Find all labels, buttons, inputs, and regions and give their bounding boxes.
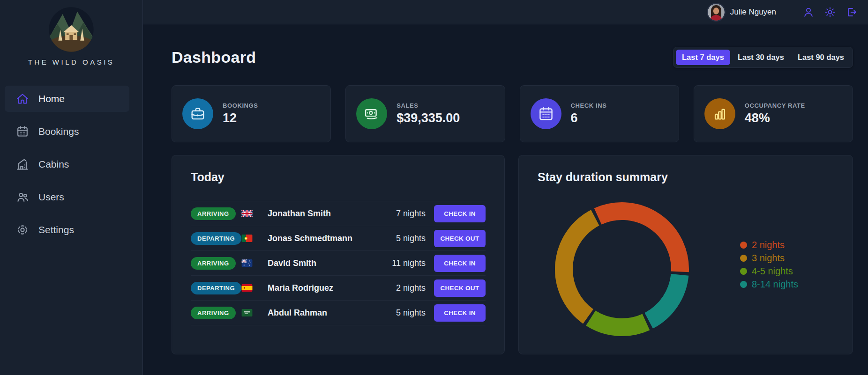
page-head: Dashboard Last 7 days Last 30 days Last … bbox=[172, 43, 853, 71]
logout-button[interactable] bbox=[846, 6, 858, 18]
avatar bbox=[708, 4, 725, 21]
flag-icon-portugal bbox=[241, 235, 253, 242]
cabin-icon bbox=[16, 158, 29, 171]
flag-icon-australia bbox=[241, 259, 253, 267]
stat-card-bookings: BOOKINGS 12 bbox=[172, 85, 331, 142]
legend-dot bbox=[740, 268, 747, 275]
stat-label: CHECK INS bbox=[571, 102, 607, 109]
today-row: ARRIVING Jonathan Smith 7 nights CHECK I… bbox=[191, 201, 486, 226]
stat-label: OCCUPANCY RATE bbox=[745, 102, 805, 109]
sidebar-item-label: Home bbox=[38, 93, 65, 104]
check-in-button[interactable]: CHECK IN bbox=[434, 255, 486, 272]
sidebar-item-label: Bookings bbox=[38, 126, 79, 137]
user-chip: Julie Nguyen bbox=[708, 4, 776, 21]
status-badge: ARRIVING bbox=[191, 207, 236, 220]
check-out-button[interactable]: CHECK OUT bbox=[434, 230, 486, 247]
stats-row: BOOKINGS 12 SALES $39,335.00 CHECK INS bbox=[172, 85, 853, 142]
status-badge: ARRIVING bbox=[191, 257, 236, 270]
today-row: ARRIVING Abdul Rahman 5 nights CHECK IN bbox=[191, 301, 486, 325]
stat-value: $39,335.00 bbox=[397, 111, 460, 125]
legend-item: 2 nights bbox=[740, 240, 798, 250]
check-in-button[interactable]: CHECK IN bbox=[434, 205, 486, 222]
legend-dot bbox=[740, 281, 747, 288]
stay-duration-title: Stay duration summary bbox=[538, 170, 834, 184]
stat-value: 6 bbox=[571, 111, 607, 125]
briefcase-icon bbox=[182, 98, 213, 129]
stat-label: BOOKINGS bbox=[223, 102, 258, 109]
chart-bar-icon bbox=[704, 98, 735, 129]
user-profile-button[interactable] bbox=[802, 6, 815, 18]
app-title: THE WILD OASIS bbox=[28, 58, 115, 66]
stat-value: 48% bbox=[745, 111, 805, 125]
stay-nights: 7 nights bbox=[381, 209, 426, 219]
stay-nights: 2 nights bbox=[381, 283, 426, 293]
sidebar-item-cabins[interactable]: Cabins bbox=[5, 151, 129, 177]
check-in-button[interactable]: CHECK IN bbox=[434, 304, 486, 322]
stay-nights: 11 nights bbox=[381, 258, 426, 268]
dark-mode-toggle[interactable] bbox=[824, 6, 836, 18]
chart-legend: 2 nights 3 nights 4-5 nights 8-14 nights bbox=[740, 240, 798, 290]
stat-label: SALES bbox=[397, 102, 460, 109]
stay-nights: 5 nights bbox=[381, 308, 426, 318]
user-name: Julie Nguyen bbox=[730, 7, 776, 17]
flag-icon-spain bbox=[241, 284, 253, 292]
status-badge: DEPARTING bbox=[191, 232, 241, 245]
stat-card-occupancy: OCCUPANCY RATE 48% bbox=[694, 85, 853, 142]
filter-last-7-days[interactable]: Last 7 days bbox=[676, 50, 730, 65]
sidebar-item-users[interactable]: Users bbox=[5, 184, 129, 210]
date-filter-group: Last 7 days Last 30 days Last 90 days bbox=[673, 47, 853, 68]
sidebar-item-settings[interactable]: Settings bbox=[5, 217, 129, 243]
guest-name: Jonathan Smith bbox=[268, 209, 381, 219]
today-list: ARRIVING Jonathan Smith 7 nights CHECK I… bbox=[191, 201, 486, 325]
stat-card-sales: SALES $39,335.00 bbox=[345, 85, 505, 142]
sidebar-item-label: Users bbox=[38, 191, 64, 203]
flag-icon-saudi-arabia bbox=[241, 309, 253, 316]
legend-label: 4-5 nights bbox=[752, 266, 793, 277]
filter-last-30-days[interactable]: Last 30 days bbox=[732, 50, 790, 65]
sidebar-item-label: Cabins bbox=[38, 159, 69, 170]
status-badge: DEPARTING bbox=[191, 282, 241, 294]
stat-value: 12 bbox=[223, 111, 258, 125]
calendar-icon bbox=[16, 125, 29, 138]
legend-item: 3 nights bbox=[740, 253, 798, 264]
today-row: DEPARTING Maria Rodriguez 2 nights CHECK… bbox=[191, 276, 486, 301]
sidebar-item-home[interactable]: Home bbox=[5, 86, 129, 112]
legend-label: 8-14 nights bbox=[752, 279, 798, 290]
main-nav: Home Bookings Cabins Users bbox=[0, 86, 142, 243]
legend-label: 3 nights bbox=[752, 253, 785, 264]
users-icon bbox=[16, 191, 29, 204]
sidebar: THE WILD OASIS Home Bookings Cabins bbox=[0, 0, 143, 375]
stay-duration-donut-chart bbox=[554, 201, 690, 337]
guest-name: Jonas Schmedtmann bbox=[268, 234, 381, 243]
stat-card-check-ins: CHECK INS 6 bbox=[520, 85, 679, 142]
panels-row: Today ARRIVING Jonathan Smith 7 nights C… bbox=[172, 155, 853, 354]
stay-duration-panel: Stay duration summary 2 nights 3 nights … bbox=[518, 155, 853, 354]
guest-name: David Smith bbox=[268, 258, 381, 268]
legend-dot bbox=[740, 242, 747, 249]
sidebar-item-label: Settings bbox=[38, 224, 74, 235]
legend-item: 8-14 nights bbox=[740, 279, 798, 290]
stay-nights: 5 nights bbox=[381, 234, 426, 243]
calendar-icon bbox=[531, 98, 561, 129]
today-panel: Today ARRIVING Jonathan Smith 7 nights C… bbox=[172, 155, 505, 354]
app-root: THE WILD OASIS Home Bookings Cabins bbox=[0, 0, 868, 375]
page-title: Dashboard bbox=[172, 48, 256, 66]
legend-dot bbox=[740, 255, 747, 262]
guest-name: Maria Rodriguez bbox=[268, 283, 381, 293]
topbar: Julie Nguyen bbox=[143, 0, 868, 24]
user-icon bbox=[802, 6, 815, 18]
today-title: Today bbox=[191, 170, 486, 184]
flag-icon-united-kingdom bbox=[241, 210, 253, 217]
legend-label: 2 nights bbox=[752, 240, 785, 250]
today-row: DEPARTING Jonas Schmedtmann 5 nights CHE… bbox=[191, 226, 486, 251]
gear-icon bbox=[16, 223, 29, 236]
sun-icon bbox=[824, 6, 836, 18]
logo-image bbox=[45, 4, 97, 55]
filter-last-90-days[interactable]: Last 90 days bbox=[792, 50, 850, 65]
today-row: ARRIVING David Smith 11 nights CHECK IN bbox=[191, 251, 486, 276]
check-out-button[interactable]: CHECK OUT bbox=[434, 279, 486, 297]
status-badge: ARRIVING bbox=[191, 307, 236, 319]
legend-item: 4-5 nights bbox=[740, 266, 798, 277]
banknotes-icon bbox=[356, 98, 387, 129]
sidebar-item-bookings[interactable]: Bookings bbox=[5, 118, 129, 145]
